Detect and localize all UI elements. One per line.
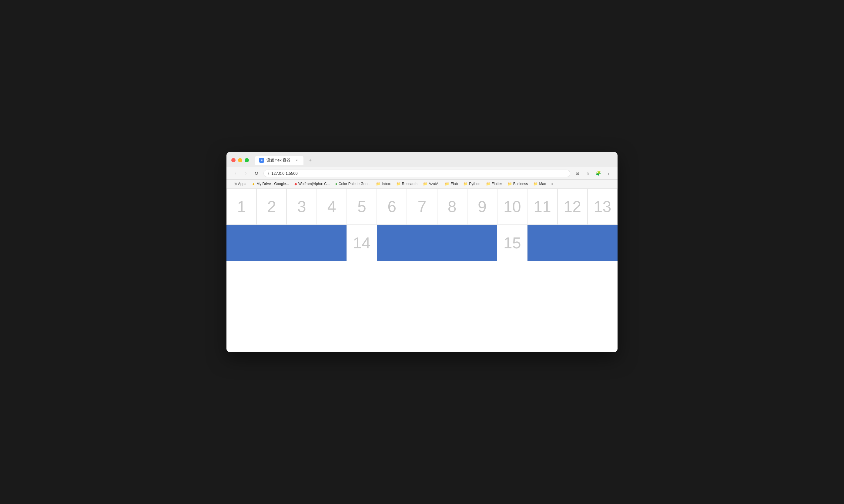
blue-gap-right <box>528 225 618 261</box>
extensions-icon[interactable]: 🧩 <box>594 169 602 178</box>
flex-container: 1 2 3 4 5 6 7 <box>226 188 618 261</box>
flex-item-14: 14 <box>346 225 377 261</box>
business-folder-icon: 📁 <box>507 182 512 186</box>
flutter-folder-icon: 📁 <box>486 182 490 186</box>
flex-item-10: 10 <box>497 188 527 225</box>
azatai-folder-icon: 📁 <box>423 182 428 186</box>
bookmark-inbox[interactable]: 📁 Inbox <box>374 181 393 187</box>
maximize-button[interactable] <box>245 158 249 162</box>
url-secure-icon: ℹ <box>268 171 270 175</box>
page-white-space <box>226 261 618 352</box>
flex-item-8: 8 <box>437 188 467 225</box>
elab-folder-icon: 📁 <box>445 182 449 186</box>
flex-item-6: 6 <box>377 188 407 225</box>
bookmark-icon[interactable]: ☆ <box>584 169 592 178</box>
tab-close-button[interactable]: × <box>294 158 299 163</box>
tab-favicon: F <box>259 158 264 163</box>
drive-icon: ▲ <box>252 182 255 186</box>
color-icon: ● <box>335 182 338 186</box>
bookmark-azatai-label: AzatAI <box>429 182 439 186</box>
address-bar: ‹ › ↻ ℹ 127.0.0.1:5500 ⊡ ☆ 🧩 ⋮ <box>226 167 618 180</box>
more-bookmarks-label: » <box>551 182 554 186</box>
cast-icon[interactable]: ⊡ <box>573 169 582 178</box>
url-text: 127.0.0.1:5500 <box>271 171 298 176</box>
tab-title: 设置 flex 容器 <box>266 158 290 163</box>
flex-item-1: 1 <box>226 188 257 225</box>
mac-folder-icon: 📁 <box>533 182 538 186</box>
bookmark-color[interactable]: ● Color Palette Gen... <box>333 181 373 187</box>
flex-item-13: 13 <box>587 188 618 225</box>
traffic-lights <box>231 158 249 162</box>
bookmark-apps-label: Apps <box>238 182 246 186</box>
bookmark-mac[interactable]: 📁 Mac <box>531 181 548 187</box>
bookmark-flutter[interactable]: 📁 Flutter <box>484 181 504 187</box>
back-button[interactable]: ‹ <box>231 169 240 178</box>
bookmark-drive-label: My Drive - Google... <box>257 182 289 186</box>
blue-gap-left <box>226 225 346 261</box>
close-button[interactable] <box>231 158 236 162</box>
bookmark-flutter-label: Flutter <box>492 182 502 186</box>
flex-item-2: 2 <box>257 188 287 225</box>
bookmark-drive[interactable]: ▲ My Drive - Google... <box>249 181 291 187</box>
menu-icon[interactable]: ⋮ <box>604 169 613 178</box>
minimize-button[interactable] <box>238 158 242 162</box>
bookmark-elab-label: Elab <box>450 182 458 186</box>
reload-button[interactable]: ↻ <box>252 169 260 178</box>
flex-item-7: 7 <box>407 188 437 225</box>
python-folder-icon: 📁 <box>463 182 468 186</box>
bookmark-research[interactable]: 📁 Research <box>394 181 420 187</box>
browser-window: F 设置 flex 容器 × + ‹ › ↻ ℹ 127.0.0.1:5500 … <box>226 152 618 352</box>
bookmark-python-label: Python <box>469 182 480 186</box>
url-bar[interactable]: ℹ 127.0.0.1:5500 <box>263 169 570 177</box>
forward-button[interactable]: › <box>242 169 250 178</box>
flex-row-2: 14 15 <box>226 225 618 261</box>
flex-item-11: 11 <box>527 188 557 225</box>
wolfram-icon: ◆ <box>294 182 297 186</box>
tab-bar: F 设置 flex 容器 × + <box>255 156 613 165</box>
bookmark-wolfram[interactable]: ◆ Wolfram|Alpha: C... <box>292 181 332 187</box>
active-tab[interactable]: F 设置 flex 容器 × <box>255 156 304 165</box>
apps-icon: ⊞ <box>234 182 237 186</box>
nav-buttons: ‹ › ↻ <box>231 169 260 178</box>
bookmark-business[interactable]: 📁 Business <box>505 181 531 187</box>
bookmark-color-label: Color Palette Gen... <box>339 182 371 186</box>
bookmark-more[interactable]: » <box>549 181 556 187</box>
bookmark-mac-label: Mac <box>539 182 546 186</box>
bookmark-inbox-label: Inbox <box>382 182 391 186</box>
bookmark-research-label: Research <box>402 182 417 186</box>
flex-item-3: 3 <box>287 188 316 225</box>
new-tab-button[interactable]: + <box>306 156 314 164</box>
bookmark-python[interactable]: 📁 Python <box>461 181 483 187</box>
bookmarks-bar: ⊞ Apps ▲ My Drive - Google... ◆ Wolfram|… <box>226 180 618 188</box>
flex-row-1: 1 2 3 4 5 6 7 <box>226 188 618 225</box>
title-bar: F 设置 flex 容器 × + <box>226 152 618 167</box>
inbox-folder-icon: 📁 <box>376 182 380 186</box>
bookmark-business-label: Business <box>513 182 528 186</box>
flex-item-15: 15 <box>497 225 528 261</box>
bookmark-wolfram-label: Wolfram|Alpha: C... <box>298 182 330 186</box>
page-content: 1 2 3 4 5 6 7 <box>226 188 618 352</box>
bookmark-apps[interactable]: ⊞ Apps <box>231 181 248 187</box>
flex-item-5: 5 <box>347 188 377 225</box>
bookmark-azatai[interactable]: 📁 AzatAI <box>420 181 442 187</box>
research-folder-icon: 📁 <box>396 182 401 186</box>
flex-item-12: 12 <box>557 188 587 225</box>
flex-item-9: 9 <box>467 188 497 225</box>
toolbar-icons: ⊡ ☆ 🧩 ⋮ <box>573 169 613 178</box>
flex-item-4: 4 <box>317 188 347 225</box>
blue-gap-middle <box>377 225 497 261</box>
bookmark-elab[interactable]: 📁 Elab <box>442 181 460 187</box>
